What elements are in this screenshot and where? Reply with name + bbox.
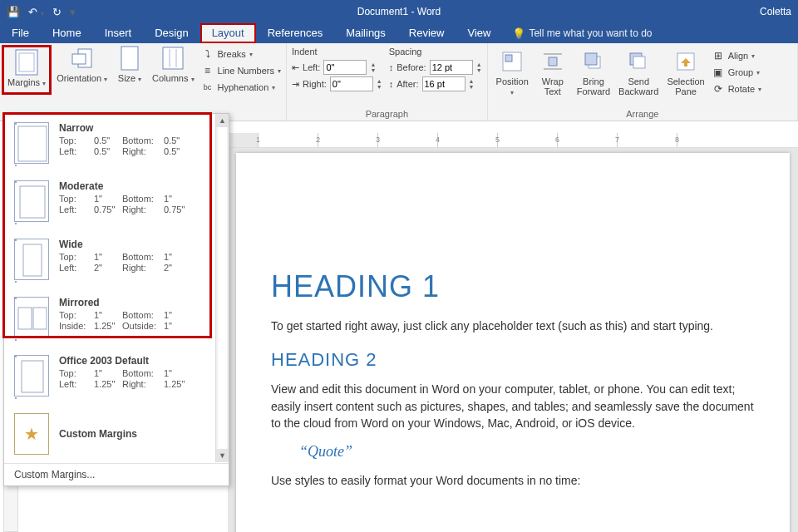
- indent-left-input[interactable]: [323, 60, 367, 75]
- tab-mailings[interactable]: Mailings: [334, 23, 397, 43]
- quick-access-toolbar: 💾 ↶ ▾ ↻ ▾: [0, 6, 76, 18]
- ribbon-tabs: File Home Insert Design Layout Reference…: [0, 23, 798, 43]
- indent-right-input[interactable]: [330, 76, 373, 91]
- redo-icon[interactable]: ↻: [52, 6, 62, 18]
- scroll-down-icon[interactable]: ▼: [216, 449, 229, 462]
- svg-rect-4: [121, 47, 138, 70]
- tab-view[interactable]: View: [456, 23, 502, 43]
- indent-right-spinner[interactable]: ▲▼: [377, 78, 382, 90]
- spacing-after-input[interactable]: [422, 76, 466, 91]
- margin-preset-office-2003[interactable]: Office 2003 Default Top:1"Bottom:1" Left…: [4, 347, 229, 405]
- lightbulb-icon: 💡: [512, 27, 525, 40]
- tab-layout[interactable]: Layout: [200, 23, 256, 43]
- heading-1[interactable]: HEADING 1: [271, 269, 755, 304]
- margin-preset-narrow[interactable]: Narrow Top:0.5"Bottom:0.5" Left:0.5"Righ…: [4, 114, 229, 172]
- title-bar: 💾 ↶ ▾ ↻ ▾ Document1 - Word Coletta: [0, 0, 798, 23]
- group-button[interactable]: ▣Group ▾: [710, 65, 763, 80]
- columns-icon: [160, 45, 186, 71]
- paragraph-group-label: Paragraph: [292, 107, 482, 119]
- position-button[interactable]: Position▾: [493, 47, 532, 100]
- spacing-before-row: ↕ Before: ▲▼: [389, 60, 482, 75]
- group-paragraph: Indent ⇤ Left: ▲▼ ⇥ Right: ▲▼ Spacing ↕: [287, 43, 488, 121]
- indent-left-spinner[interactable]: ▲▼: [370, 62, 376, 73]
- spacing-before-spinner[interactable]: ▲▼: [476, 62, 482, 73]
- indent-right-icon: ⇥: [292, 79, 299, 90]
- spacing-after-row: ↕ After: ▲▼: [389, 76, 482, 91]
- user-name[interactable]: Coletta: [760, 6, 798, 17]
- send-backward-icon: [625, 48, 652, 75]
- tell-me-search[interactable]: 💡 Tell me what you want to do: [502, 27, 662, 40]
- breaks-button[interactable]: ⤵Breaks ▾: [200, 47, 283, 62]
- orientation-label: Orientation: [57, 73, 101, 83]
- svg-rect-22: [18, 308, 32, 329]
- hyphenation-icon: bc: [201, 81, 214, 94]
- tab-file[interactable]: File: [0, 23, 41, 43]
- selection-pane-button[interactable]: Selection Pane: [663, 47, 707, 98]
- line-numbers-icon: ≡: [201, 64, 214, 77]
- margin-preset-custom[interactable]: ★ Custom Margins: [4, 405, 229, 463]
- scroll-thumb[interactable]: [218, 127, 227, 449]
- group-arrange: Position▾ Wrap Text Bring Forward Send B…: [488, 43, 798, 121]
- margin-preset-wide[interactable]: Wide Top:1"Bottom:1" Left:2"Right:2": [4, 230, 229, 288]
- size-button[interactable]: Size ▾: [111, 43, 149, 95]
- tab-home[interactable]: Home: [41, 23, 93, 43]
- svg-rect-20: [20, 186, 45, 218]
- margin-preset-mirrored[interactable]: Mirrored Top:1"Bottom:1" Inside:1.25"Out…: [4, 288, 229, 347]
- horizontal-ruler[interactable]: 1 2 3 4 5 6 7 8: [228, 133, 798, 148]
- margins-button[interactable]: Margins ▾: [2, 45, 52, 95]
- spacing-after-icon: ↕: [389, 79, 394, 89]
- arrange-group-label: Arrange: [493, 107, 792, 119]
- bring-forward-button[interactable]: Bring Forward: [574, 47, 613, 98]
- margins-scrollbar[interactable]: ▲ ▼: [215, 114, 229, 462]
- wrap-text-icon: [539, 48, 566, 75]
- indent-left-icon: ⇤: [292, 62, 299, 73]
- margin-thumb-icon: [14, 239, 49, 280]
- tab-design[interactable]: Design: [143, 23, 200, 43]
- selection-pane-icon: [672, 48, 699, 75]
- columns-button[interactable]: Columns ▾: [149, 43, 197, 95]
- hyphenation-button[interactable]: bcHyphenation ▾: [200, 80, 283, 95]
- undo-icon[interactable]: ↶ ▾: [28, 6, 44, 18]
- scroll-up-icon[interactable]: ▲: [216, 114, 229, 127]
- send-backward-button[interactable]: Send Backward: [615, 47, 662, 98]
- size-label: Size: [118, 73, 135, 83]
- margins-dropdown: Narrow Top:0.5"Bottom:0.5" Left:0.5"Righ…: [3, 113, 229, 486]
- orientation-icon: [69, 45, 96, 71]
- line-numbers-button[interactable]: ≡Line Numbers ▾: [200, 63, 283, 78]
- orientation-button[interactable]: Orientation ▾: [53, 43, 111, 95]
- svg-rect-5: [163, 47, 183, 69]
- tab-review[interactable]: Review: [397, 23, 456, 43]
- spacing-heading: Spacing: [389, 47, 482, 57]
- position-icon: [499, 48, 525, 75]
- paragraph-1[interactable]: To get started right away, just click an…: [271, 318, 755, 334]
- document-area: HEADING 1 To get started right away, jus…: [228, 148, 798, 532]
- paragraph-2[interactable]: View and edit this document in Word on y…: [271, 381, 755, 431]
- tab-references[interactable]: References: [256, 23, 334, 43]
- qat-customize-icon[interactable]: ▾: [70, 6, 76, 18]
- group-icon: ▣: [712, 66, 725, 79]
- heading-2[interactable]: HEADING 2: [271, 349, 755, 371]
- spacing-after-spinner[interactable]: ▲▼: [469, 78, 475, 90]
- spacing-before-input[interactable]: [430, 60, 473, 75]
- margins-icon: [13, 49, 40, 76]
- custom-margin-star-icon: ★: [14, 413, 49, 455]
- margin-thumb-icon: [14, 122, 49, 164]
- svg-rect-19: [18, 126, 47, 161]
- align-button[interactable]: ⊞Align ▾: [710, 48, 763, 63]
- paragraph-3[interactable]: Use styles to easily format your Word do…: [271, 472, 755, 489]
- svg-rect-14: [585, 53, 597, 65]
- save-icon[interactable]: 💾: [7, 6, 20, 18]
- custom-margins-link[interactable]: Custom Margins...: [4, 463, 229, 485]
- group-page-setup: Margins ▾ Orientation ▾ Size ▾ Columns ▾: [0, 43, 287, 121]
- svg-rect-21: [23, 244, 42, 276]
- tab-insert[interactable]: Insert: [93, 23, 144, 43]
- margin-preset-moderate[interactable]: Moderate Top:1"Bottom:1" Left:0.75"Right…: [4, 172, 229, 230]
- rotate-icon: ⟳: [712, 82, 725, 96]
- rotate-button[interactable]: ⟳Rotate ▾: [710, 81, 763, 96]
- wrap-text-button[interactable]: Wrap Text: [534, 47, 572, 98]
- margin-thumb-icon: [14, 297, 49, 338]
- document-title: Document1 - Word: [357, 6, 441, 17]
- quote-text[interactable]: “Quote”: [299, 443, 755, 461]
- document-page[interactable]: HEADING 1 To get started right away, jus…: [236, 153, 790, 532]
- ribbon: Margins ▾ Orientation ▾ Size ▾ Columns ▾: [0, 43, 798, 121]
